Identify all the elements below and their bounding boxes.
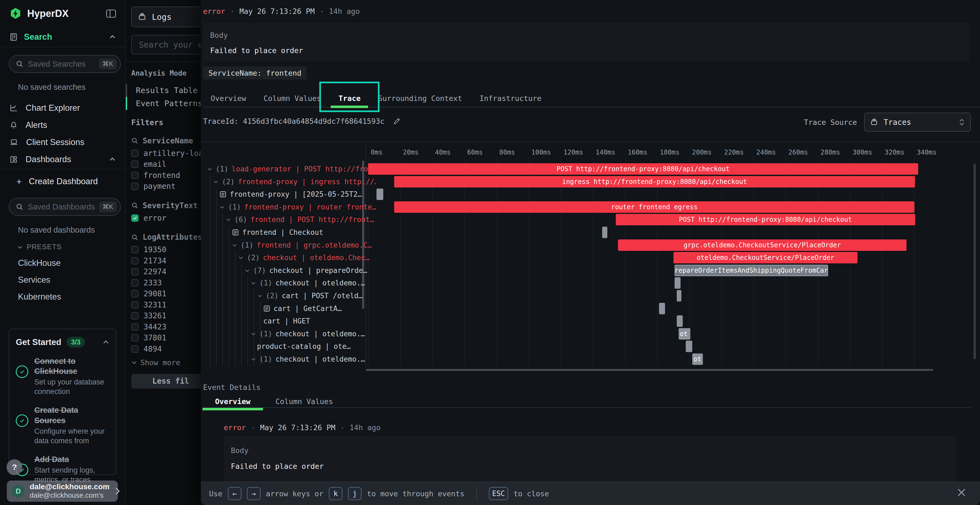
collapse-sidebar-icon[interactable]	[106, 10, 116, 18]
chevron-down-icon[interactable]	[257, 293, 262, 299]
source-select[interactable]: Logs	[131, 6, 206, 27]
filter-option[interactable]: payment	[131, 181, 207, 192]
checkbox-icon[interactable]	[131, 150, 138, 157]
span-marker[interactable]: ot	[692, 353, 703, 365]
search-icon[interactable]	[131, 202, 138, 209]
span-bar[interactable]: POST http://frontend-proxy:8080/api/chec…	[616, 214, 915, 225]
span-marker[interactable]	[377, 189, 383, 200]
filter-option[interactable]: 34423	[131, 321, 207, 332]
chevron-down-icon[interactable]	[238, 255, 243, 260]
chevron-down-icon[interactable]	[226, 217, 231, 222]
analysis-mode-event-patterns[interactable]: Event Patterns	[126, 97, 207, 110]
close-icon[interactable]	[956, 487, 967, 498]
span-tree-row[interactable]: (1)checkout | oteldemo.…	[201, 353, 414, 365]
checkbox-icon[interactable]	[131, 301, 138, 308]
chevron-down-icon[interactable]	[251, 280, 256, 286]
filter-option[interactable]: 2333	[131, 277, 207, 288]
span-bar[interactable]: grpc.oteldemo.CheckoutService/PlaceOrder	[618, 240, 907, 251]
checkbox-icon[interactable]	[131, 345, 138, 353]
checkbox-icon[interactable]	[131, 246, 138, 253]
filter-option[interactable]: 33261	[131, 310, 207, 322]
sidebar-item-alerts[interactable]: Alerts	[0, 116, 125, 133]
span-tree-row[interactable]: cart | GetCartA…	[201, 302, 426, 315]
filter-option[interactable]: 37801	[131, 332, 207, 344]
horizontal-scrollbar[interactable]	[366, 369, 933, 371]
chevron-down-icon[interactable]	[232, 243, 237, 248]
filter-option[interactable]: email	[131, 159, 207, 170]
span-marker[interactable]	[677, 315, 683, 327]
span-bar[interactable]: ingress http://frontend-proxy:8080/api/c…	[394, 176, 915, 187]
span-marker[interactable]	[602, 227, 607, 238]
chevron-up-icon[interactable]	[109, 156, 116, 163]
trace-source-select[interactable]: Traces	[864, 113, 971, 132]
filter-option[interactable]: artillery-loa	[131, 148, 207, 159]
chevron-down-icon[interactable]	[220, 204, 225, 210]
filter-option[interactable]: 21734	[131, 255, 207, 266]
filter-option[interactable]: error	[131, 213, 207, 224]
span-tree-row[interactable]: (2)frontend-proxy | ingress http://…	[201, 176, 376, 188]
span-tree-row[interactable]: (7)checkout | prepareOrde…	[201, 264, 407, 277]
create-dashboard-button[interactable]: + Create Dashboard	[0, 173, 125, 190]
chevron-down-icon[interactable]	[251, 356, 256, 362]
panel-scrollbar[interactable]	[974, 164, 976, 359]
search-icon[interactable]	[131, 137, 138, 144]
get-started-item[interactable]: Add DataStart sending logs, metrics, or …	[16, 454, 110, 484]
span-tree-row[interactable]: cart | HGET	[201, 315, 426, 327]
filter-option[interactable]: 4894	[131, 343, 207, 354]
pencil-icon[interactable]	[393, 117, 401, 125]
checkbox-icon[interactable]	[131, 279, 138, 286]
chevron-up-icon[interactable]	[109, 33, 116, 41]
chevron-down-icon[interactable]	[213, 179, 219, 184]
analysis-mode-results-table[interactable]: Results Table	[126, 84, 207, 97]
filter-option[interactable]: 32311	[131, 299, 207, 310]
span-tree-row[interactable]: (1)checkout | oteldemo.…	[201, 277, 414, 289]
span-marker[interactable]	[686, 341, 692, 352]
saved-searches-input[interactable]: Saved Searches ⌘K	[9, 55, 121, 73]
show-more-toggle[interactable]: Show more	[131, 358, 207, 367]
span-tree-row[interactable]: frontend-proxy | [2025-05-25T2…	[201, 188, 382, 200]
user-menu[interactable]: D dale@clickhouse.com dale@clickhouse.co…	[7, 481, 118, 502]
span-marker[interactable]	[675, 277, 681, 289]
span-tree-row[interactable]: frontend | Checkout	[201, 226, 395, 239]
servicename-chip[interactable]: ServiceName: frontend	[203, 67, 307, 79]
tab-infrastructure[interactable]: Infrastructure	[480, 90, 542, 106]
tab-surrounding-context[interactable]: Surrounding Context	[378, 90, 462, 106]
tab-column-values[interactable]: Column Values	[264, 90, 321, 106]
help-button[interactable]: ?	[6, 459, 22, 475]
filter-option[interactable]: 29081	[131, 288, 207, 300]
span-bar[interactable]: oteldemo.CheckoutService/PlaceOrder	[673, 252, 858, 264]
span-marker[interactable]	[677, 290, 681, 302]
span-marker[interactable]: ot	[679, 328, 690, 340]
checkbox-icon[interactable]	[131, 268, 138, 275]
sidebar-item-kubernetes[interactable]: Kubernetes	[18, 292, 125, 302]
span-tree-row[interactable]: (1)frontend | grpc.oteldemo.C…	[201, 239, 395, 251]
span-tree-row[interactable]: (1)load-generator | POST http://front…	[201, 163, 370, 175]
sidebar-item-dashboards[interactable]: Dashboards	[0, 151, 125, 168]
span-bar[interactable]: prepareOrderItemsAndShippingQuoteFromCar…	[675, 265, 828, 276]
presets-toggle[interactable]: PRESETS	[17, 243, 125, 251]
span-tree-row[interactable]: (6)frontend | POST http://front…	[201, 213, 388, 226]
checkbox-icon[interactable]	[131, 160, 138, 168]
tab-overview[interactable]: Overview	[211, 90, 246, 106]
less-filters-button[interactable]: Less fil	[131, 374, 207, 389]
sidebar-item-clickhouse[interactable]: ClickHouse	[18, 258, 125, 268]
get-started-item[interactable]: Create Data SourcesConfigure where your …	[16, 405, 110, 445]
span-tree-row[interactable]: (1)frontend-proxy | router fronte…	[201, 201, 382, 213]
span-bar[interactable]: POST http://frontend-proxy:8080/api/chec…	[368, 163, 918, 175]
filter-option[interactable]: 22974	[131, 266, 207, 278]
sidebar-item-chart-explorer[interactable]: Chart Explorer	[0, 99, 125, 116]
checkbox-icon[interactable]	[131, 172, 138, 179]
checkbox-icon[interactable]	[131, 312, 138, 319]
chevron-down-icon[interactable]	[207, 166, 212, 172]
chevron-down-icon[interactable]	[245, 268, 250, 273]
span-tree-row[interactable]: (2)checkout | oteldemo.Chec…	[201, 251, 401, 264]
span-tree-row[interactable]: (2)cart | POST /oteld…	[201, 289, 420, 302]
get-started-item[interactable]: Connect to ClickHouseSet up your databas…	[16, 356, 110, 397]
span-tree-row[interactable]: product-catalog | ote…	[201, 340, 420, 353]
span-bar[interactable]: router frontend egress	[394, 201, 915, 213]
sidebar-item-services[interactable]: Services	[18, 275, 125, 285]
search-section-header[interactable]: Search	[0, 27, 125, 48]
checkbox-icon[interactable]	[131, 334, 138, 341]
chevron-down-icon[interactable]	[251, 331, 256, 337]
checkbox-icon[interactable]	[131, 183, 138, 190]
